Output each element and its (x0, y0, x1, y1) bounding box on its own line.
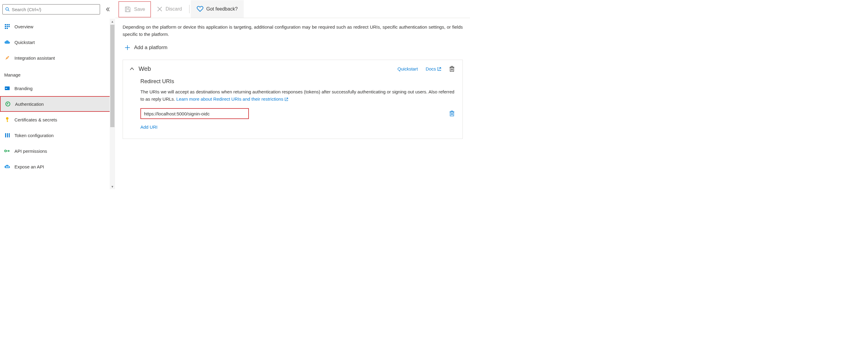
card-actions: Quickstart Docs (397, 66, 455, 72)
external-link-icon (284, 97, 288, 101)
token-icon (4, 132, 10, 138)
delete-platform-button[interactable] (449, 66, 455, 72)
sidebar: Overview Quickstart Integration assistan… (0, 0, 115, 189)
svg-rect-26 (126, 10, 129, 12)
search-icon (5, 7, 10, 12)
card-body: Redirect URIs The URIs we will accept as… (129, 79, 455, 130)
svg-point-10 (7, 57, 8, 58)
intro-text: Depending on the platform or device this… (123, 24, 463, 38)
svg-point-0 (6, 7, 8, 10)
learn-more-link[interactable]: Learn more about Redirect URIs and their… (176, 96, 288, 103)
delete-uri-button[interactable] (449, 111, 455, 117)
close-icon (157, 6, 162, 12)
auth-icon (5, 101, 11, 107)
quickstart-link[interactable]: Quickstart (397, 66, 418, 71)
svg-rect-9 (7, 28, 8, 29)
discard-label: Discard (165, 6, 182, 12)
svg-rect-6 (7, 26, 8, 27)
main: Save Discard Got feedback? Depending on … (115, 0, 470, 189)
scrollbar[interactable]: ▲ ▼ (110, 19, 115, 189)
content: Depending on the platform or device this… (115, 18, 470, 189)
api-permissions-icon (4, 148, 10, 154)
sidebar-item-label: Overview (14, 24, 33, 29)
search-box[interactable] (2, 4, 100, 14)
svg-rect-4 (8, 24, 10, 25)
chevron-up-icon[interactable] (129, 67, 134, 71)
redirect-uris-heading: Redirect URIs (141, 79, 455, 85)
sidebar-item-authentication[interactable]: Authentication (0, 96, 115, 112)
svg-rect-19 (9, 133, 10, 137)
sidebar-item-overview[interactable]: Overview (0, 19, 115, 34)
sidebar-item-certificates-secrets[interactable]: Certificates & secrets (0, 112, 115, 127)
key-icon (4, 117, 10, 123)
feedback-button[interactable]: Got feedback? (191, 0, 244, 18)
svg-rect-3 (7, 24, 8, 25)
redirect-uri-row (141, 108, 455, 119)
feedback-label: Got feedback? (206, 6, 238, 12)
svg-rect-7 (8, 26, 10, 27)
redirect-uri-input[interactable] (141, 108, 249, 119)
external-link-icon (437, 67, 441, 71)
add-uri-link[interactable]: Add URI (141, 124, 158, 130)
svg-point-23 (6, 166, 7, 167)
svg-rect-8 (5, 28, 6, 29)
sidebar-item-label: Token configuration (14, 133, 54, 138)
sidebar-item-label: Expose an API (14, 164, 44, 169)
search-input[interactable] (12, 7, 97, 12)
svg-rect-15 (7, 119, 7, 122)
svg-rect-2 (5, 24, 6, 25)
card-title: Web (138, 65, 151, 72)
expose-api-icon (4, 164, 10, 170)
branding-icon (4, 85, 10, 91)
card-header: Web Quickstart Docs (129, 65, 455, 72)
svg-rect-21 (6, 151, 10, 151)
svg-point-14 (6, 117, 8, 120)
docs-link[interactable]: Docs (426, 66, 441, 71)
sidebar-item-quickstart[interactable]: Quickstart (0, 34, 115, 50)
add-platform-button[interactable]: Add a platform (124, 44, 167, 51)
sidebar-item-label: API permissions (14, 149, 47, 154)
add-platform-label: Add a platform (134, 44, 167, 51)
collapse-sidebar-button[interactable] (103, 4, 113, 14)
sidebar-item-integration-assistant[interactable]: Integration assistant (0, 50, 115, 66)
plus-icon (124, 44, 130, 51)
cloud-icon (4, 39, 10, 45)
save-label: Save (134, 7, 145, 12)
sidebar-item-label: Integration assistant (14, 56, 55, 61)
sidebar-item-token-configuration[interactable]: Token configuration (0, 127, 115, 143)
sidebar-item-api-permissions[interactable]: API permissions (0, 143, 115, 159)
svg-rect-12 (5, 88, 7, 89)
svg-point-24 (7, 166, 9, 167)
svg-rect-18 (7, 133, 8, 137)
docs-label: Docs (426, 66, 436, 71)
save-icon (124, 6, 131, 13)
sidebar-item-label: Branding (14, 86, 33, 91)
toolbar: Save Discard Got feedback? (115, 0, 470, 18)
svg-rect-25 (126, 7, 129, 8)
nav-list: Overview Quickstart Integration assistan… (0, 19, 115, 189)
platform-card-web: Web Quickstart Docs Redirect URIs The UR… (123, 60, 463, 139)
sidebar-item-label: Quickstart (14, 40, 35, 45)
sidebar-item-branding[interactable]: Branding (0, 81, 115, 96)
search-row (0, 0, 115, 19)
sidebar-item-label: Certificates & secrets (14, 117, 57, 122)
svg-line-1 (8, 10, 9, 11)
svg-rect-16 (7, 121, 8, 121)
scroll-thumb[interactable] (110, 25, 115, 127)
svg-rect-17 (5, 133, 6, 137)
rocket-icon (4, 55, 10, 61)
heart-icon (197, 6, 204, 12)
redirect-uris-description: The URIs we will accept as destinations … (141, 88, 455, 103)
nav-section-manage: Manage (0, 66, 115, 81)
svg-rect-5 (5, 26, 6, 27)
save-button[interactable]: Save (118, 1, 151, 18)
scroll-down-arrow-icon[interactable]: ▼ (110, 184, 115, 189)
scroll-up-arrow-icon[interactable]: ▲ (110, 19, 115, 24)
sidebar-item-expose-api[interactable]: Expose an API (0, 159, 115, 175)
sidebar-item-label: Authentication (15, 101, 44, 107)
svg-rect-22 (8, 150, 9, 152)
discard-button[interactable]: Discard (151, 0, 188, 18)
grid-icon (4, 24, 10, 30)
